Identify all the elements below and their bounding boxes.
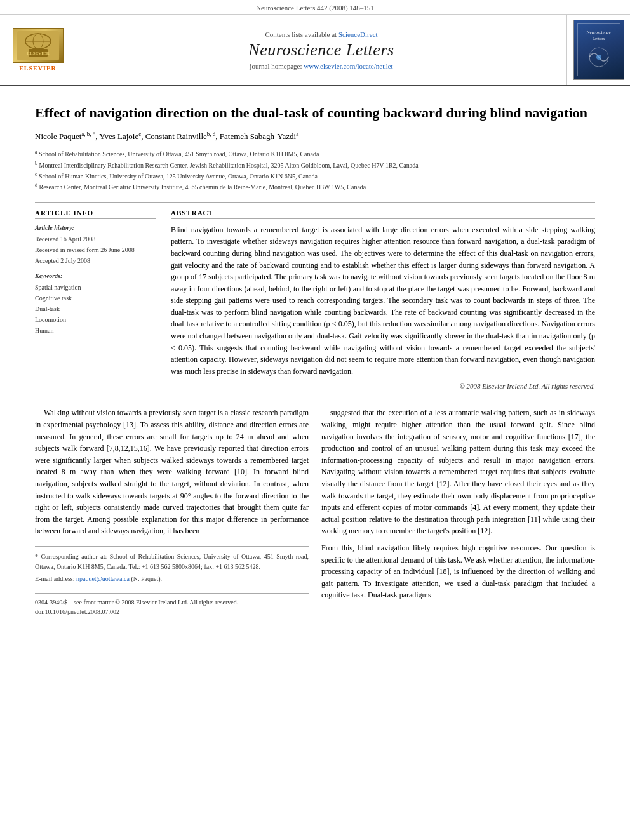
copyright-line: © 2008 Elsevier Ireland Ltd. All rights … — [171, 382, 595, 390]
article-history-label: Article history: — [35, 224, 156, 231]
elsevier-logo: ELSEVIER ELSEVIER — [13, 28, 64, 72]
abstract-text: Blind navigation towards a remembered ta… — [171, 224, 595, 378]
elsevier-image: ELSEVIER — [13, 28, 64, 63]
received-revised-date: Received in revised form 26 June 2008 — [35, 244, 156, 255]
footnote-email: E-mail address: npaquet@uottawa.ca (N. P… — [35, 574, 309, 584]
sciencedirect-link[interactable]: ScienceDirect — [338, 30, 378, 38]
body-left-column: Walking without vision towards a previou… — [35, 407, 309, 621]
svg-text:ELSEVIER: ELSEVIER — [27, 51, 50, 56]
cover-text: NeuroscienceLetters — [577, 27, 620, 72]
journal-citation: Neuroscience Letters 442 (2008) 148–151 — [0, 0, 630, 15]
affiliation-c: c School of Human Kinetics, University o… — [35, 171, 595, 182]
sciencedirect-line: Contents lists available at ScienceDirec… — [265, 30, 377, 38]
body-right-para-1: suggested that the execution of a less a… — [321, 407, 595, 537]
svg-point-7 — [596, 55, 601, 60]
issn-line: 0304-3940/$ – see front matter © 2008 El… — [35, 597, 309, 608]
journal-cover-area: NeuroscienceLetters — [566, 15, 630, 85]
body-text-columns: Walking without vision towards a previou… — [35, 407, 595, 621]
keyword-2: Cognitive task — [35, 293, 156, 303]
body-right-para-2: From this, blind navigation likely requi… — [321, 542, 595, 601]
authors-line: Nicole Paqueta, b, *, Yves Lajoiec, Cons… — [35, 130, 595, 143]
journal-header: ELSEVIER ELSEVIER Contents lists availab… — [0, 15, 630, 86]
issn-doi: 0304-3940/$ – see front matter © 2008 El… — [35, 597, 309, 617]
homepage-prefix: journal homepage: — [250, 62, 304, 70]
accepted-date: Accepted 2 July 2008 — [35, 255, 156, 266]
affiliation-d: d Research Center, Montreal Geriatric Un… — [35, 182, 595, 192]
keyword-5: Human — [35, 325, 156, 336]
info-abstract-row: ARTICLE INFO Article history: Received 1… — [35, 209, 595, 390]
keywords-label: Keywords: — [35, 272, 156, 279]
homepage-link[interactable]: www.elsevier.com/locate/neulet — [304, 62, 392, 70]
affiliation-b: b Montreal Interdisciplinary Rehabilitat… — [35, 160, 595, 171]
abstract-column: ABSTRACT Blind navigation towards a reme… — [171, 209, 595, 390]
journal-name: Neuroscience Letters — [248, 41, 394, 60]
homepage-line: journal homepage: www.elsevier.com/locat… — [250, 62, 392, 70]
article-title: Effect of navigation direction on the du… — [35, 104, 595, 123]
main-content: Effect of navigation direction on the du… — [0, 86, 630, 621]
received-date: Received 16 April 2008 — [35, 234, 156, 244]
affiliations: a School of Rehabilitation Sciences, Uni… — [35, 149, 595, 192]
keyword-1: Spatial navigation — [35, 282, 156, 293]
section-divider — [35, 202, 595, 203]
doi-line: doi:10.1016/j.neulet.2008.07.002 — [35, 607, 309, 617]
citation-text: Neuroscience Letters 442 (2008) 148–151 — [256, 4, 374, 11]
journal-cover-image: NeuroscienceLetters — [573, 20, 624, 80]
sciencedirect-prefix: Contents lists available at — [265, 30, 338, 38]
body-left-para-1: Walking without vision towards a previou… — [35, 407, 309, 537]
affiliation-a: a School of Rehabilitation Sciences, Uni… — [35, 149, 595, 159]
keyword-3: Dual-task — [35, 303, 156, 314]
keyword-4: Locomotion — [35, 314, 156, 325]
from-word: From — [321, 543, 338, 552]
svg-point-6 — [589, 48, 608, 67]
body-divider — [35, 399, 595, 399]
footnotes-section: * Corresponding author at: School of Reh… — [35, 546, 309, 584]
abstract-heading: ABSTRACT — [171, 209, 595, 219]
journal-title-area: Contents lists available at ScienceDirec… — [76, 15, 566, 85]
publisher-logo-area: ELSEVIER ELSEVIER — [0, 15, 76, 85]
article-info-heading: ARTICLE INFO — [35, 209, 156, 219]
elsevier-brand-text: ELSEVIER — [19, 65, 57, 72]
article-info-column: ARTICLE INFO Article history: Received 1… — [35, 209, 156, 390]
bottom-bar: 0304-3940/$ – see front matter © 2008 El… — [35, 593, 309, 621]
footnote-star: * Corresponding author at: School of Reh… — [35, 552, 309, 572]
body-right-column: suggested that the execution of a less a… — [321, 407, 595, 621]
